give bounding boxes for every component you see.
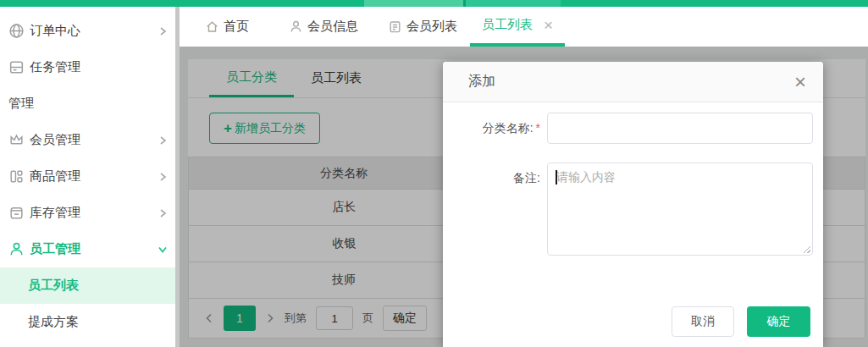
chevron-down-icon [158,245,168,254]
tab-member-info[interactable]: 会员信息 [289,7,358,47]
modal-title: 添加 [468,73,495,91]
chevron-right-icon [158,172,168,182]
strip-segment-light [364,0,463,7]
strip-segment-medium [466,0,561,7]
crown-icon [8,132,25,148]
tab-label: 会员信息 [307,19,358,35]
member-icon [289,19,303,34]
tab-label: 首页 [224,19,249,35]
goods-icon [8,168,25,185]
remark-field-row: 备注: [443,162,823,256]
modal-footer: 取消 确定 [672,306,810,337]
task-icon [8,59,25,75]
chevron-right-icon [158,208,168,218]
category-name-input[interactable] [547,113,813,144]
sidebar-item-label: 库存管理 [30,205,80,221]
text-caret [556,170,557,185]
sidebar-item-inventory-management[interactable]: 库存管理 [0,195,180,231]
modal-header: 添加 × [443,62,823,102]
tab-label: 员工列表 [482,17,533,33]
sidebar-item-label: 管理 [8,96,34,112]
close-tab-icon[interactable]: × [544,17,553,33]
remark-textarea-wrap [547,162,813,256]
sidebar-item-label: 商品管理 [30,168,80,185]
sidebar-item-order-center[interactable]: 订单中心 [0,13,180,49]
sidebar-item-management[interactable]: 管理 [0,85,180,122]
globe-icon [8,23,25,39]
employee-icon [8,241,25,257]
chevron-right-icon [158,135,168,146]
sidebar-item-label: 会员管理 [30,132,80,148]
close-modal-icon[interactable]: × [794,72,806,92]
home-icon [205,19,219,34]
sidebar-item-employee-list[interactable]: 员工列表 [0,267,180,304]
tab-home[interactable]: 首页 [205,7,249,47]
inventory-icon [8,205,25,221]
tab-member-list[interactable]: 会员列表 [388,7,457,47]
sidebar-item-goods-management[interactable]: 商品管理 [0,158,180,195]
breadcrumb-tab-bar: 首页 会员信息 会员列表 员工列表 × [180,7,868,47]
category-name-label: 分类名称:* [443,121,547,136]
list-icon [388,19,402,34]
sidebar-item-task-management[interactable]: 任务管理 [0,49,180,85]
remark-textarea[interactable] [547,162,813,256]
sidebar-item-label: 员工列表 [28,278,79,294]
remark-label: 备注: [443,162,547,186]
sidebar-item-label: 提成方案 [28,314,79,330]
sidebar: 订单中心 任务管理 管理 会员管理 商品管 [0,7,180,347]
tab-label: 会员列表 [406,19,457,35]
content-area: 员工分类 员工列表 + 新增员工分类 分类名称 [180,47,868,347]
sidebar-item-label: 订单中心 [30,23,80,39]
cancel-button[interactable]: 取消 [672,306,734,337]
required-asterisk: * [536,121,540,135]
confirm-button[interactable]: 确定 [747,306,810,337]
chevron-right-icon [158,26,168,36]
sidebar-item-label: 任务管理 [30,59,80,75]
sidebar-item-label: 员工管理 [30,241,80,257]
sidebar-item-employee-management[interactable]: 员工管理 [0,231,180,267]
sidebar-item-commission-plan[interactable]: 提成方案 [0,304,180,340]
top-green-strip [0,0,868,7]
sidebar-item-member-management[interactable]: 会员管理 [0,122,180,158]
category-name-field-row: 分类名称:* [443,113,823,144]
app-window: 订单中心 任务管理 管理 会员管理 商品管 [0,0,868,347]
tab-employee-list-active[interactable]: 员工列表 × [470,7,565,47]
add-category-modal: 添加 × 分类名称:* 备注: 取消 确定 [443,62,823,347]
